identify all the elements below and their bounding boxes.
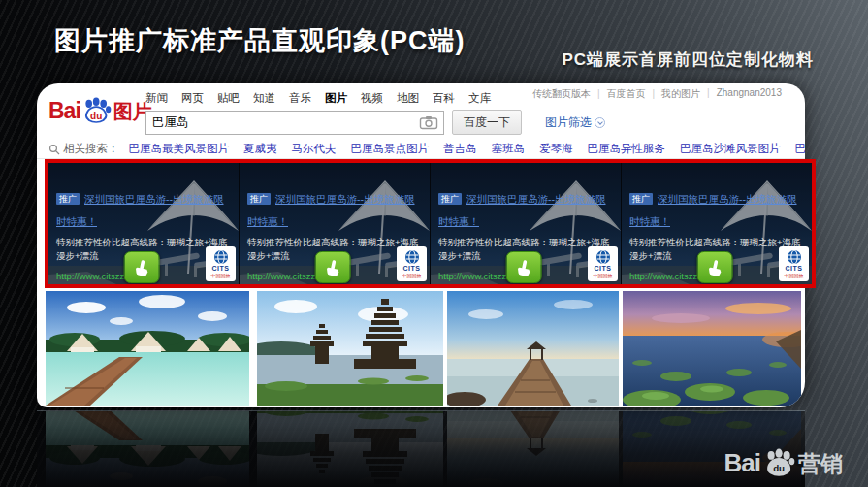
related-search-label: 相关搜索： xyxy=(48,142,119,156)
cits-globe-icon xyxy=(787,249,802,265)
header-link[interactable]: 传统翻页版本 xyxy=(532,87,591,101)
ad-title-link[interactable]: 深圳国旅巴厘岛游--出境旅游限时特惠！ xyxy=(629,193,797,227)
hand-cursor-button[interactable] xyxy=(697,251,733,283)
ad-title-link[interactable]: 深圳国旅巴厘岛游--出境旅游限时特惠！ xyxy=(56,193,224,227)
logo-bai-text: Bai xyxy=(48,100,80,122)
header-link[interactable]: 百度首页 xyxy=(591,87,646,101)
nav-item[interactable]: 新闻 xyxy=(145,91,168,106)
nav-item[interactable]: 音乐 xyxy=(289,91,311,106)
temple-image xyxy=(257,291,443,406)
thumbnail-water-villa-resort[interactable] xyxy=(46,410,249,487)
nav-item[interactable]: 贴吧 xyxy=(217,91,240,106)
baidu-paw-icon: du xyxy=(82,97,112,123)
top-nav: 新闻网页贴吧知道音乐图片视频地图百科文库 xyxy=(145,91,491,106)
header-link[interactable]: Zhangnan2013 xyxy=(700,87,782,101)
resort-image xyxy=(46,291,249,406)
search-button[interactable]: 百度一下 xyxy=(452,110,522,135)
magnifier-icon xyxy=(48,144,60,155)
image-filter-label: 图片筛选 xyxy=(545,114,592,131)
thumbnail-water-villa-resort[interactable] xyxy=(46,291,249,406)
nav-item[interactable]: 地图 xyxy=(397,91,419,106)
related-search-link[interactable]: 巴厘岛异性服务 xyxy=(588,142,666,156)
hand-cursor-button[interactable] xyxy=(124,251,160,283)
cits-name: CITS xyxy=(595,265,612,273)
nav-item[interactable]: 网页 xyxy=(181,91,204,106)
nav-item[interactable]: 视频 xyxy=(361,91,383,106)
search-box[interactable] xyxy=(145,111,444,135)
cits-globe-icon xyxy=(213,249,229,265)
cits-name: CITS xyxy=(403,265,421,273)
ad-title-link[interactable]: 深圳国旅巴厘岛游--出境旅游限时特惠！ xyxy=(247,193,415,227)
coast-image xyxy=(623,291,801,406)
footer-marketing-text: 营销 xyxy=(798,452,843,475)
thumbnail-bali-temple[interactable] xyxy=(257,410,443,487)
nav-item[interactable]: 知道 xyxy=(253,91,275,106)
chevron-down-icon xyxy=(595,117,605,128)
promo-badge: 推广 xyxy=(247,193,271,205)
promoted-ads-frame: 推广深圳国旅巴厘岛游--出境旅游限时特惠！ 特别推荐性价比超高线路：珊瑚之旅+海… xyxy=(45,159,816,288)
promo-badge: 推广 xyxy=(438,193,462,205)
promoted-ad[interactable]: 推广深圳国旅巴厘岛游--出境旅游限时特惠！ 特别推荐性价比超高线路：珊瑚之旅+海… xyxy=(431,163,621,284)
hand-cursor-icon xyxy=(516,259,532,276)
image-filter-link[interactable]: 图片筛选 xyxy=(545,114,605,131)
slide: 图片推广标准产品直观印象(PC端) PC端展示首屏前四位定制化物料 传统翻页版本… xyxy=(0,0,868,487)
related-search-link[interactable]: 爱琴海 xyxy=(539,142,573,156)
cits-globe-icon xyxy=(595,249,611,265)
related-search-link[interactable]: 塞班岛 xyxy=(492,142,526,156)
cits-cn-name: 中国国旅 xyxy=(785,273,804,278)
search-input[interactable] xyxy=(146,115,419,129)
promoted-ad[interactable]: 推广深圳国旅巴厘岛游--出境旅游限时特惠！ 特别推荐性价比超高线路：珊瑚之旅+海… xyxy=(240,163,430,284)
cits-name: CITS xyxy=(212,265,230,273)
svg-text:du: du xyxy=(90,111,102,121)
related-search-links: 巴厘岛最美风景图片夏威夷马尔代夫巴厘岛景点图片普吉岛塞班岛爱琴海巴厘岛异性服务巴… xyxy=(129,142,806,156)
page-title: 图片推广标准产品直观印象(PC端) xyxy=(54,23,466,58)
cits-name: CITS xyxy=(786,265,803,273)
related-search-link[interactable]: 马尔代夫 xyxy=(292,142,337,156)
cits-cn-name: 中国国旅 xyxy=(594,273,613,278)
related-search-row: 相关搜索： 巴厘岛最美风景图片夏威夷马尔代夫巴厘岛景点图片普吉岛塞班岛爱琴海巴厘… xyxy=(48,142,805,156)
thumbnail-stone-pier[interactable] xyxy=(447,410,619,487)
related-search-link[interactable]: 巴厘岛景点图片 xyxy=(351,142,430,156)
hand-cursor-button[interactable] xyxy=(315,251,351,283)
thumbnail-bali-temple[interactable] xyxy=(257,291,443,406)
footer-paw-icon: du xyxy=(764,448,795,476)
thumbnails-row xyxy=(46,410,801,487)
cits-logo: CITS 中国国旅 xyxy=(779,246,809,281)
cits-cn-name: 中国国旅 xyxy=(211,273,231,278)
cits-logo: CITS 中国国旅 xyxy=(397,246,427,281)
related-search-link[interactable]: 普吉岛 xyxy=(443,142,477,156)
nav-item[interactable]: 图片 xyxy=(325,91,347,106)
pier-image xyxy=(447,291,619,406)
hand-cursor-icon xyxy=(134,259,150,276)
hand-cursor-icon xyxy=(707,259,723,276)
camera-icon[interactable] xyxy=(419,115,438,130)
reflection-inner xyxy=(37,410,805,487)
header-link[interactable]: 我的图片 xyxy=(645,87,700,101)
related-search-link[interactable]: 夏威夷 xyxy=(243,142,277,156)
thumbnail-moss-coast[interactable] xyxy=(623,291,801,406)
related-search-link[interactable]: 巴厘岛沙滩风景图片 xyxy=(680,142,781,156)
cits-cn-name: 中国国旅 xyxy=(402,273,422,278)
promoted-ad[interactable]: 推广深圳国旅巴厘岛游--出境旅游限时特惠！ 特别推荐性价比超高线路：珊瑚之旅+海… xyxy=(48,163,239,284)
hand-cursor-button[interactable] xyxy=(506,251,542,283)
baidu-image-logo[interactable]: Bai du 图片 xyxy=(48,97,152,122)
promo-badge: 推广 xyxy=(629,193,653,205)
ad-title-link[interactable]: 深圳国旅巴厘岛游--出境旅游限时特惠！ xyxy=(438,193,606,227)
header-links: 传统翻页版本百度首页我的图片Zhangnan2013 xyxy=(532,87,782,101)
hand-cursor-icon xyxy=(325,259,341,276)
page-subtitle: PC端展示首屏前四位定制化物料 xyxy=(562,49,814,71)
cits-logo: CITS 中国国旅 xyxy=(588,246,618,281)
svg-text:du: du xyxy=(773,463,785,473)
temple-image xyxy=(257,410,443,487)
resort-image xyxy=(46,410,249,487)
related-search-link[interactable]: 巴厘岛高清风 xyxy=(795,142,806,156)
nav-item[interactable]: 文库 xyxy=(468,91,491,106)
cits-logo: CITS 中国国旅 xyxy=(206,246,236,281)
search-row: 百度一下 图片筛选 xyxy=(145,110,605,135)
baidu-marketing-logo: Bai du 营销 xyxy=(724,448,843,475)
pier-image xyxy=(447,410,619,487)
promoted-ad[interactable]: 推广深圳国旅巴厘岛游--出境旅游限时特惠！ 特别推荐性价比超高线路：珊瑚之旅+海… xyxy=(622,163,812,284)
thumbnail-stone-pier[interactable] xyxy=(447,291,619,406)
related-search-link[interactable]: 巴厘岛最美风景图片 xyxy=(129,142,230,156)
nav-item[interactable]: 百科 xyxy=(433,91,455,106)
